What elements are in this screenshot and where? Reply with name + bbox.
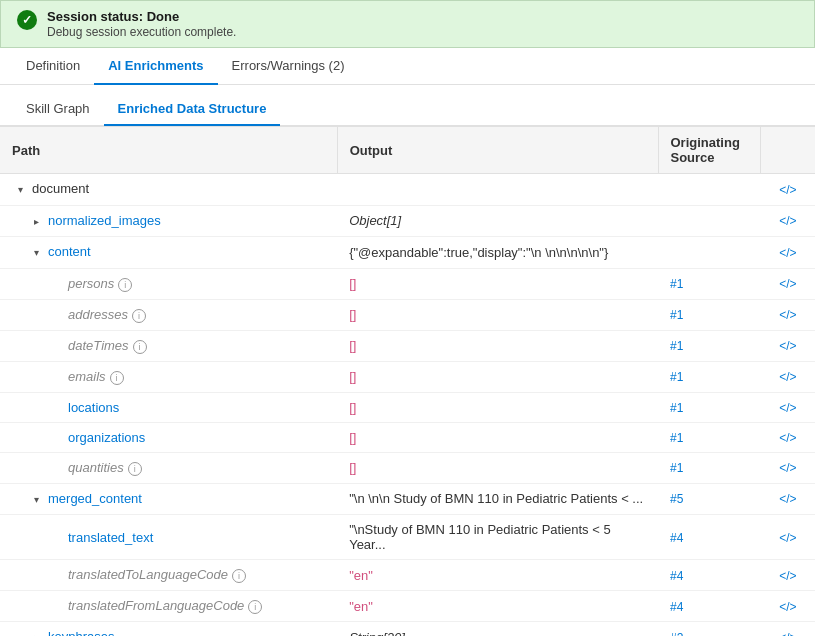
output-cell: [] bbox=[337, 330, 658, 361]
source-cell bbox=[658, 237, 761, 269]
tab-skill-graph[interactable]: Skill Graph bbox=[12, 93, 104, 126]
path-label: dateTimes bbox=[68, 338, 129, 353]
source-cell: #1 bbox=[658, 268, 761, 299]
output-cell: String[20] bbox=[337, 622, 658, 637]
expand-icon[interactable]: ▾ bbox=[28, 491, 44, 507]
code-cell[interactable]: </> bbox=[761, 205, 815, 237]
table-row: dateTimesi[]#1</> bbox=[0, 330, 815, 361]
code-icon[interactable]: </> bbox=[779, 214, 796, 228]
code-icon[interactable]: </> bbox=[779, 401, 796, 415]
path-label: document bbox=[32, 181, 89, 196]
table-row: ▸normalized_imagesObject[1]</> bbox=[0, 205, 815, 237]
code-icon[interactable]: </> bbox=[779, 631, 796, 636]
path-label[interactable]: normalized_images bbox=[48, 213, 161, 228]
output-value: "\n \n\n Study of BMN 110 in Pediatric P… bbox=[349, 491, 643, 506]
path-label[interactable]: keyphrases bbox=[48, 629, 114, 636]
code-cell[interactable]: </> bbox=[761, 515, 815, 560]
expand-icon[interactable]: ▾ bbox=[28, 245, 44, 261]
path-label[interactable]: locations bbox=[68, 400, 119, 415]
header-source: Originating Source bbox=[658, 127, 761, 174]
info-icon[interactable]: i bbox=[110, 371, 124, 385]
code-icon[interactable]: </> bbox=[779, 308, 796, 322]
output-value: "en" bbox=[349, 599, 373, 614]
source-badge: #1 bbox=[670, 339, 683, 353]
output-cell: [] bbox=[337, 361, 658, 392]
table-row: emailsi[]#1</> bbox=[0, 361, 815, 392]
source-badge: #1 bbox=[670, 370, 683, 384]
table-row: personsi[]#1</> bbox=[0, 268, 815, 299]
info-icon[interactable]: i bbox=[118, 278, 132, 292]
code-icon[interactable]: </> bbox=[779, 461, 796, 475]
table-header-row: Path Output Originating Source bbox=[0, 127, 815, 174]
code-cell[interactable]: </> bbox=[761, 392, 815, 422]
code-cell[interactable]: </> bbox=[761, 422, 815, 452]
source-cell: #1 bbox=[658, 330, 761, 361]
code-icon[interactable]: </> bbox=[779, 339, 796, 353]
source-cell: #4 bbox=[658, 560, 761, 591]
table-row: organizations[]#1</> bbox=[0, 422, 815, 452]
output-cell: "en" bbox=[337, 591, 658, 622]
path-label: emails bbox=[68, 369, 106, 384]
code-icon[interactable]: </> bbox=[779, 431, 796, 445]
code-icon[interactable]: </> bbox=[779, 531, 796, 545]
output-value: Object[1] bbox=[349, 213, 401, 228]
info-icon[interactable]: i bbox=[133, 340, 147, 354]
path-label[interactable]: translated_text bbox=[68, 530, 153, 545]
source-badge: #1 bbox=[670, 277, 683, 291]
info-icon[interactable]: i bbox=[132, 309, 146, 323]
output-cell: [] bbox=[337, 268, 658, 299]
path-label[interactable]: organizations bbox=[68, 430, 145, 445]
source-badge: #1 bbox=[670, 461, 683, 475]
info-icon[interactable]: i bbox=[128, 462, 142, 476]
tab-definition[interactable]: Definition bbox=[12, 48, 94, 85]
code-cell[interactable]: </> bbox=[761, 622, 815, 637]
code-cell[interactable]: </> bbox=[761, 591, 815, 622]
code-icon[interactable]: </> bbox=[779, 183, 796, 197]
code-cell[interactable]: </> bbox=[761, 268, 815, 299]
success-icon bbox=[17, 10, 37, 30]
code-icon[interactable]: </> bbox=[779, 246, 796, 260]
source-badge: #1 bbox=[670, 401, 683, 415]
source-cell: #4 bbox=[658, 515, 761, 560]
top-nav: Definition AI Enrichments Errors/Warning… bbox=[0, 48, 815, 85]
output-value: [] bbox=[349, 276, 356, 291]
output-cell: "\n \n\n Study of BMN 110 in Pediatric P… bbox=[337, 483, 658, 515]
path-label[interactable]: merged_content bbox=[48, 491, 142, 506]
code-icon[interactable]: </> bbox=[779, 370, 796, 384]
output-cell bbox=[337, 174, 658, 206]
code-cell[interactable]: </> bbox=[761, 174, 815, 206]
code-cell[interactable]: </> bbox=[761, 452, 815, 483]
output-cell: [] bbox=[337, 422, 658, 452]
source-badge: #5 bbox=[670, 492, 683, 506]
tab-ai-enrichments[interactable]: AI Enrichments bbox=[94, 48, 217, 85]
source-badge: #1 bbox=[670, 308, 683, 322]
code-icon[interactable]: </> bbox=[779, 277, 796, 291]
code-icon[interactable]: </> bbox=[779, 492, 796, 506]
code-cell[interactable]: </> bbox=[761, 299, 815, 330]
code-cell[interactable]: </> bbox=[761, 560, 815, 591]
output-value: [] bbox=[349, 369, 356, 384]
source-badge: #2 bbox=[670, 631, 683, 636]
sub-tabs: Skill Graph Enriched Data Structure bbox=[0, 85, 815, 126]
code-cell[interactable]: </> bbox=[761, 361, 815, 392]
table-row: ▾merged_content"\n \n\n Study of BMN 110… bbox=[0, 483, 815, 515]
header-path: Path bbox=[0, 127, 337, 174]
code-icon[interactable]: </> bbox=[779, 600, 796, 614]
expand-icon[interactable]: ▾ bbox=[12, 182, 28, 198]
code-cell[interactable]: </> bbox=[761, 483, 815, 515]
code-cell[interactable]: </> bbox=[761, 237, 815, 269]
tab-enriched-data-structure[interactable]: Enriched Data Structure bbox=[104, 93, 281, 126]
table-row: ▸keyphrasesString[20]#2</> bbox=[0, 622, 815, 637]
code-icon[interactable]: </> bbox=[779, 569, 796, 583]
tab-errors-warnings[interactable]: Errors/Warnings (2) bbox=[218, 48, 359, 85]
header-output: Output bbox=[337, 127, 658, 174]
path-label[interactable]: content bbox=[48, 244, 91, 259]
code-cell[interactable]: </> bbox=[761, 330, 815, 361]
expand-icon[interactable]: ▸ bbox=[28, 630, 44, 637]
info-icon[interactable]: i bbox=[248, 600, 262, 614]
status-text: Session status: Done Debug session execu… bbox=[47, 9, 236, 39]
info-icon[interactable]: i bbox=[232, 569, 246, 583]
table-row: translatedToLanguageCodei"en"#4</> bbox=[0, 560, 815, 591]
output-cell: [] bbox=[337, 452, 658, 483]
expand-icon[interactable]: ▸ bbox=[28, 213, 44, 229]
